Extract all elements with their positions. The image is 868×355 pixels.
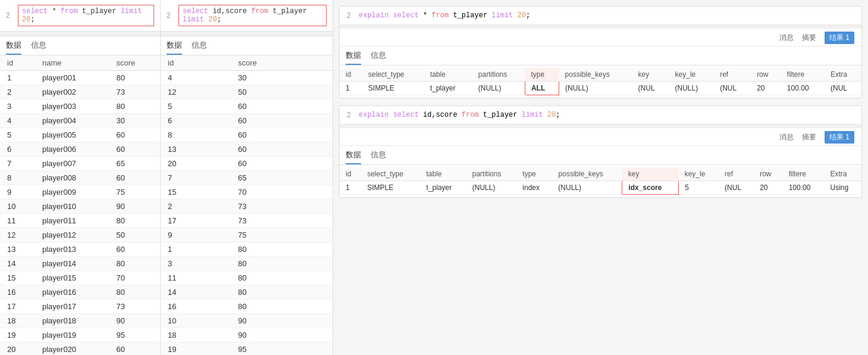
card1-data-tabs: 数据 信息 [340, 46, 861, 66]
card2-tab-summary[interactable]: 摘要 [802, 132, 816, 145]
left-data-table: id name score 1player001802player002733p… [0, 55, 160, 355]
card2-col-row: row [754, 167, 782, 181]
card1-header: 2 explain select * from t_player limit 2… [340, 7, 861, 25]
left-col-name: name [35, 55, 109, 71]
table-row: 3player00380 [0, 99, 160, 114]
table-row: 560 [161, 99, 333, 114]
table-row: 12player01250 [0, 228, 160, 242]
card2-tab-msg[interactable]: 消息 [779, 132, 794, 145]
card1-num: 2 [347, 11, 355, 20]
card2-tab-result[interactable]: 结果 1 [825, 131, 854, 144]
left-tab-info[interactable]: 信息 [31, 40, 46, 55]
card1-col-table: table [424, 68, 472, 82]
table-row: 1890 [161, 328, 333, 342]
mid-tab-data[interactable]: 数据 [167, 40, 182, 55]
table-row: 660 [161, 114, 333, 128]
table-row: 1360 [161, 142, 333, 157]
card1-data-tab[interactable]: 数据 [346, 50, 361, 65]
card2-col-table: table [421, 167, 466, 181]
card1-tab-msg[interactable]: 消息 [779, 33, 794, 45]
table-row: 18player01890 [0, 314, 160, 328]
mid-query-text[interactable]: select id,score from t_player limit 20; [178, 5, 327, 26]
table-row: 16player01680 [0, 285, 160, 300]
card2-col-id: id [340, 167, 361, 181]
card1-col-type: type [525, 68, 559, 82]
card2-data-tabs: 数据 信息 [340, 146, 861, 165]
mid-table-wrapper: id score 4301250560660860136020607651570… [161, 55, 333, 355]
table-row: 860 [161, 128, 333, 142]
table-row: 9player00975 [0, 185, 160, 200]
card1-col-ref: ref [714, 68, 751, 82]
table-row: 1995 [161, 342, 333, 356]
right-card-1: 2 explain select * from t_player limit 2… [339, 6, 862, 98]
left-panel: 2 select * from t_player limit 20; 数据 信息… [0, 0, 161, 355]
card2-col-ref: ref [719, 167, 754, 181]
table-row: 1250 [161, 85, 333, 99]
table-row: 975 [161, 228, 333, 242]
table-row: 1SIMPLEt_player(NULL)index(NULL)idx_scor… [340, 181, 861, 195]
card2-result-table: id select_type table partitions type pos… [340, 167, 861, 195]
card2-col-key-le: key_le [679, 167, 719, 181]
card2-col-extra: Extra [824, 167, 861, 181]
table-row: 380 [161, 257, 333, 271]
mid-tab-info[interactable]: 信息 [192, 40, 207, 55]
left-table-wrapper: id name score 1player001802player002733p… [0, 55, 160, 355]
table-row: 1090 [161, 314, 333, 328]
table-row: 1player00180 [0, 71, 160, 85]
card1-col-key: key [632, 68, 669, 82]
card1-col-select-type: select_type [362, 68, 424, 82]
mid-scroll-h[interactable] [161, 32, 333, 36]
card2-header: 2 explain select id,score from t_player … [340, 106, 861, 124]
card1-query-text[interactable]: explain select * from t_player limit 20; [359, 11, 530, 20]
table-row: 14player01480 [0, 257, 160, 271]
card1-col-partitions: partitions [472, 68, 525, 82]
table-row: 430 [161, 71, 333, 85]
table-row: 20player02060 [0, 342, 160, 356]
left-query-text[interactable]: select * from t_player limit 20; [18, 5, 154, 26]
table-row: 6player00660 [0, 142, 160, 157]
card2-tabs: 消息 摘要 结果 1 [340, 128, 861, 146]
card1-col-id: id [340, 68, 362, 82]
table-row: 4player00430 [0, 114, 160, 128]
table-row: 11player01180 [0, 214, 160, 228]
card1-info-tab[interactable]: 信息 [371, 50, 386, 65]
card2-data-tab[interactable]: 数据 [346, 150, 361, 164]
card2-col-possible-keys: possible_keys [552, 167, 622, 181]
card2-info-tab[interactable]: 信息 [371, 150, 386, 164]
card1-col-filtere: filtere [781, 68, 825, 82]
left-query-bar: 2 select * from t_player limit 20; [0, 0, 160, 32]
mid-query-num: 2 [167, 11, 175, 20]
card1-col-extra: Extra [825, 68, 861, 82]
mid-col-id: id [161, 55, 231, 71]
mid-panel: 2 select id,score from t_player limit 20… [161, 0, 333, 355]
table-row: 2player00273 [0, 85, 160, 99]
table-row: 765 [161, 171, 333, 185]
table-row: 180 [161, 242, 333, 257]
card1-col-possible-keys: possible_keys [559, 68, 632, 82]
table-row: 1180 [161, 271, 333, 285]
mid-col-score: score [231, 55, 333, 71]
table-row: 273 [161, 200, 333, 214]
table-row: 7player00765 [0, 157, 160, 171]
left-tab-data[interactable]: 数据 [6, 40, 21, 55]
card1-col-key-le: key_le [669, 68, 715, 82]
table-row: 1480 [161, 285, 333, 300]
right-card-2: 2 explain select id,score from t_player … [339, 105, 862, 198]
table-row: 17player01773 [0, 300, 160, 314]
mid-data-table: id score 4301250560660860136020607651570… [161, 55, 333, 355]
card2-query-text[interactable]: explain select id,score from t_player li… [359, 111, 560, 119]
left-tabs: 数据 信息 [0, 36, 160, 55]
card1-result-table: id select_type table partitions type pos… [340, 68, 861, 95]
mid-query-bar: 2 select id,score from t_player limit 20… [161, 0, 333, 32]
mid-tabs: 数据 信息 [161, 36, 333, 55]
card1-table-wrap: id select_type table partitions type pos… [340, 66, 861, 98]
left-scroll-h[interactable] [0, 32, 160, 36]
card1-tab-summary[interactable]: 摘要 [802, 33, 816, 45]
card1-tab-result[interactable]: 结果 1 [825, 32, 854, 44]
card1-tabs: 消息 摘要 结果 1 [340, 29, 861, 46]
card2-col-select-type: select_type [361, 167, 420, 181]
table-row: 5player00560 [0, 128, 160, 142]
table-row: 19player01995 [0, 328, 160, 342]
table-row: 1773 [161, 214, 333, 228]
left-query-num: 2 [6, 11, 14, 20]
